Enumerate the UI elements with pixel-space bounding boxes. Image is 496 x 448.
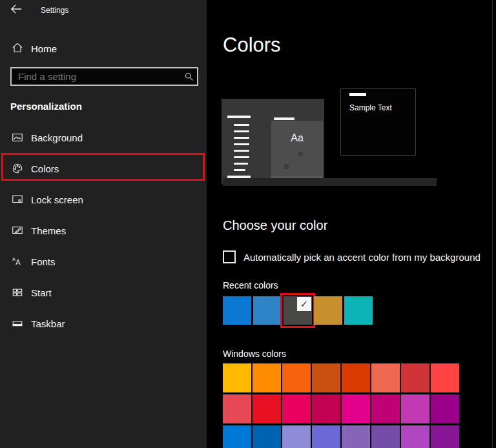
- sidebar-item-lock-screen[interactable]: Lock screen: [0, 187, 207, 212]
- windows-color-swatch-r2-c4[interactable]: [342, 425, 370, 448]
- sample-text-label: Sample Text: [349, 103, 392, 112]
- recent-color-swatch-blue[interactable]: [223, 296, 251, 325]
- recent-color-swatch-gold[interactable]: [314, 296, 342, 325]
- windows-color-swatch-r0-c6[interactable]: [401, 363, 429, 392]
- windows-color-swatch-r2-c0[interactable]: [223, 425, 251, 448]
- preview-list-line: [227, 116, 251, 118]
- preview-card-square: [298, 152, 303, 156]
- windows-color-swatch-r0-c7[interactable]: [431, 363, 459, 392]
- lock-screen-icon: [12, 194, 23, 208]
- sidebar-item-label: Taskbar: [31, 318, 65, 329]
- windows-color-swatch-r2-c5[interactable]: [371, 425, 400, 448]
- windows-color-swatch-r1-c1[interactable]: [253, 394, 281, 423]
- recent-color-swatch-steel-blue[interactable]: [253, 296, 282, 325]
- search-box: [10, 67, 198, 86]
- preview-list-line: [234, 137, 249, 139]
- background-image-icon: [12, 132, 23, 146]
- windows-colors-grid: [223, 363, 459, 448]
- preview-card-accent-line: [274, 117, 294, 120]
- auto-accent-checkbox[interactable]: [223, 250, 236, 263]
- theme-preview-panel: Aa: [222, 99, 324, 184]
- sidebar-item-colors[interactable]: Colors: [0, 156, 207, 181]
- fonts-icon: AA: [12, 256, 23, 270]
- windows-color-swatch-r1-c0[interactable]: [223, 394, 251, 423]
- sidebar-item-label: Lock screen: [31, 194, 83, 205]
- preview-card-square: [284, 165, 289, 169]
- windows-color-swatch-r2-c3[interactable]: [312, 425, 340, 448]
- preview-taskbar-strip: [223, 178, 437, 186]
- taskbar-icon: [12, 318, 23, 332]
- windows-color-swatch-r1-c3[interactable]: [312, 394, 340, 423]
- preview-list-line: [234, 130, 249, 132]
- preview-list-line: [234, 124, 249, 126]
- windows-color-swatch-r1-c7[interactable]: [431, 394, 459, 423]
- preview-aa-label: Aa: [271, 132, 323, 144]
- preview-list-line: [234, 156, 249, 158]
- auto-accent-label: Automatically pick an accent color from …: [243, 252, 480, 263]
- window-title: Settings: [41, 6, 68, 15]
- windows-color-swatch-r2-c6[interactable]: [401, 425, 429, 448]
- recent-color-swatch-teal[interactable]: [344, 296, 373, 325]
- search-input[interactable]: [12, 71, 180, 82]
- start-tiles-icon: [12, 287, 23, 301]
- back-button[interactable]: [10, 4, 25, 17]
- preview-card: Aa: [271, 121, 323, 184]
- home-icon: [12, 42, 23, 56]
- windows-color-swatch-r2-c2[interactable]: [282, 425, 311, 448]
- selected-check-icon: ✓: [297, 297, 311, 311]
- sidebar-item-themes[interactable]: Themes: [0, 218, 207, 243]
- sidebar-item-label: Background: [31, 132, 83, 143]
- sidebar-item-home[interactable]: Home: [0, 37, 207, 61]
- windows-color-swatch-r0-c4[interactable]: [342, 363, 370, 392]
- svg-text:A: A: [16, 258, 21, 266]
- themes-icon: [12, 225, 23, 239]
- preview-list-line: [234, 150, 249, 152]
- windows-color-swatch-r2-c7[interactable]: [431, 425, 459, 448]
- page-title: Colors: [223, 34, 281, 57]
- sample-text-preview: Sample Text: [340, 88, 416, 156]
- recent-color-swatch-dark-gray[interactable]: ✓: [284, 296, 312, 325]
- sidebar-item-label: Themes: [31, 225, 66, 236]
- choose-color-heading: Choose your color: [223, 218, 327, 233]
- main-content: Colors Aa Sample Text C: [207, 0, 496, 448]
- sidebar: Settings Home Personalization Background: [0, 0, 207, 448]
- windows-color-swatch-r0-c2[interactable]: [282, 363, 311, 392]
- windows-color-swatch-r1-c5[interactable]: [371, 394, 400, 423]
- sidebar-item-fonts[interactable]: AA Fonts: [0, 249, 207, 274]
- sidebar-item-label: Start: [31, 287, 52, 298]
- sidebar-item-start[interactable]: Start: [0, 280, 207, 305]
- sidebar-item-label: Home: [31, 43, 57, 54]
- preview-list-line: [234, 169, 245, 171]
- sidebar-item-label: Fonts: [31, 256, 56, 267]
- svg-text:A: A: [12, 256, 16, 262]
- windows-color-swatch-r0-c3[interactable]: [312, 363, 340, 392]
- preview-list-line: [234, 163, 248, 165]
- preview-list-line: [234, 143, 249, 145]
- windows-color-swatch-r0-c0[interactable]: [223, 363, 251, 392]
- recent-colors-label: Recent colors: [223, 280, 278, 290]
- windows-color-swatch-r2-c1[interactable]: [253, 425, 281, 448]
- windows-color-swatch-r1-c4[interactable]: [342, 394, 370, 423]
- window-right-edge: [492, 0, 493, 448]
- settings-window: Settings Home Personalization Background: [0, 0, 496, 448]
- windows-color-swatch-r1-c2[interactable]: [282, 394, 311, 423]
- auto-accent-row[interactable]: Automatically pick an accent color from …: [223, 250, 480, 263]
- sidebar-item-background[interactable]: Background: [0, 125, 207, 150]
- search-icon[interactable]: [180, 72, 197, 81]
- windows-color-swatch-r1-c6[interactable]: [401, 394, 429, 423]
- windows-colors-label: Windows colors: [223, 349, 286, 359]
- windows-color-swatch-r0-c5[interactable]: [371, 363, 400, 392]
- windows-color-swatch-r0-c1[interactable]: [253, 363, 281, 392]
- section-header-personalization: Personalization: [10, 101, 82, 112]
- sidebar-item-taskbar[interactable]: Taskbar: [0, 311, 207, 336]
- accent-dash: [349, 93, 366, 96]
- recent-colors-row: ✓: [223, 296, 373, 325]
- palette-icon: [12, 163, 23, 177]
- arrow-left-icon: [10, 4, 22, 14]
- sidebar-item-label: Colors: [31, 163, 59, 174]
